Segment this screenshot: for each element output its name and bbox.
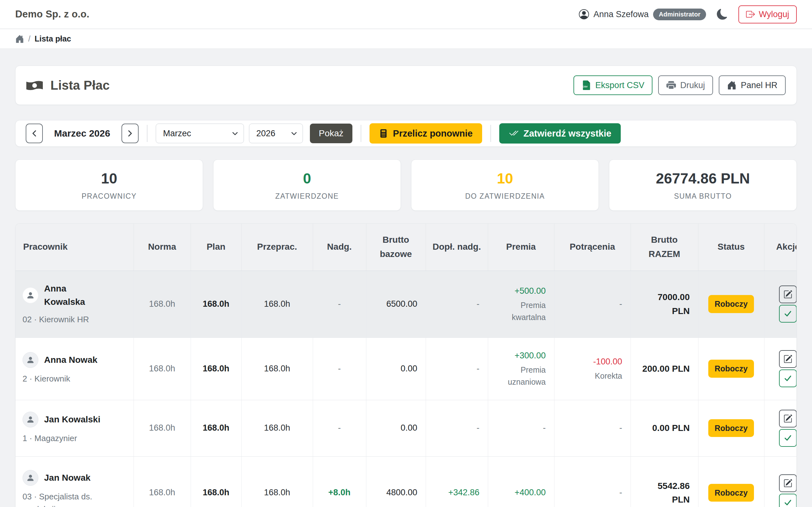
calculator-icon bbox=[379, 129, 388, 138]
next-month-button[interactable] bbox=[121, 124, 139, 143]
table-row: Jan Nowak 03 · Specjalista ds. produkcji… bbox=[15, 456, 797, 507]
column-header-akcje: Akcje bbox=[764, 224, 797, 271]
column-header-dopl-nadg: Dopł. nadg. bbox=[426, 224, 488, 271]
title-actions: CSV Eksport CSV Drukuj Panel HR bbox=[573, 75, 786, 95]
edit-row-button[interactable] bbox=[779, 474, 797, 492]
edit-row-button[interactable] bbox=[779, 285, 797, 303]
previous-month-button[interactable] bbox=[26, 124, 43, 143]
table-row: Jan Kowalski 1 · Magazynier 168.0h 168.0… bbox=[15, 400, 797, 456]
export-csv-button[interactable]: CSV Eksport CSV bbox=[573, 75, 653, 95]
employee-cell: Anna Nowak 2 · Kierownik bbox=[15, 337, 134, 400]
column-header-status: Status bbox=[698, 224, 764, 271]
norma-cell: 168.0h bbox=[134, 271, 191, 337]
edit-row-button[interactable] bbox=[779, 350, 797, 368]
avatar bbox=[22, 412, 38, 428]
potracenia-cell: - bbox=[554, 456, 630, 507]
check-icon bbox=[783, 434, 792, 442]
potracenia-cell: -100.00 Korekta bbox=[554, 337, 630, 400]
print-button[interactable]: Drukuj bbox=[658, 75, 713, 95]
status-badge: Roboczy bbox=[708, 360, 754, 378]
toolbar-divider bbox=[490, 125, 491, 142]
premia-cell: +500.00 Premia kwartalna bbox=[488, 271, 554, 337]
table-row: Anna Kowalska 02 · Kierownik HR 168.0h 1… bbox=[15, 271, 797, 337]
brutto-razem-cell: 5542.86 PLN bbox=[630, 456, 698, 507]
premia-cell: +300.00 Premia uznaniowa bbox=[488, 337, 554, 400]
potracenia-cell: - bbox=[554, 400, 630, 456]
actions-cell bbox=[764, 456, 797, 507]
cash-icon bbox=[26, 77, 43, 94]
recalculate-button[interactable]: Przelicz ponownie bbox=[369, 123, 482, 144]
norma-cell: 168.0h bbox=[134, 337, 191, 400]
table-header-row: Pracownik Norma Plan Przeprac. Nadg. Bru… bbox=[15, 224, 797, 271]
employee-meta: 2 · Kierownik bbox=[22, 372, 126, 385]
print-label: Drukuj bbox=[680, 80, 705, 90]
status-badge: Roboczy bbox=[708, 484, 754, 502]
column-header-przeprac: Przeprac. bbox=[241, 224, 313, 271]
status-badge: Roboczy bbox=[708, 295, 754, 313]
check-icon bbox=[783, 374, 792, 383]
stat-card-employees: 10 PRACOWNICY bbox=[15, 159, 203, 211]
approve-row-button[interactable] bbox=[779, 370, 797, 387]
title-card: Lista Płac CSV Eksport CSV Drukuj Panel … bbox=[15, 66, 797, 105]
brutto-razem-cell: 0.00 PLN bbox=[630, 400, 698, 456]
check-icon bbox=[783, 309, 792, 318]
year-select[interactable]: 2026 bbox=[249, 124, 303, 143]
premia-cell: - bbox=[488, 400, 554, 456]
user-chip: Anna Szefowa Administrator bbox=[579, 9, 706, 20]
brutto-razem-cell: 200.00 PLN bbox=[630, 337, 698, 400]
role-badge: Administrator bbox=[653, 9, 706, 20]
breadcrumb-home-link[interactable] bbox=[15, 35, 24, 43]
approve-row-button[interactable] bbox=[779, 494, 797, 507]
column-header-pracownik: Pracownik bbox=[15, 224, 134, 271]
plan-cell: 168.0h bbox=[191, 456, 241, 507]
month-select[interactable]: Marzec bbox=[156, 124, 244, 143]
status-cell: Roboczy bbox=[698, 400, 764, 456]
chevron-right-icon bbox=[126, 130, 134, 137]
payroll-table-card: Pracownik Norma Plan Przeprac. Nadg. Bru… bbox=[15, 223, 797, 507]
employee-name: Anna Kowalska bbox=[44, 282, 104, 308]
breadcrumb: / Lista płac bbox=[0, 29, 812, 49]
recalculate-label: Przelicz ponownie bbox=[393, 128, 473, 139]
pencil-square-icon bbox=[783, 290, 792, 299]
norma-cell: 168.0h bbox=[134, 400, 191, 456]
premia-note: Premia kwartalna bbox=[495, 299, 546, 324]
approve-all-label: Zatwierdź wszystkie bbox=[523, 128, 611, 139]
svg-text:CSV: CSV bbox=[582, 85, 588, 88]
logout-icon bbox=[746, 10, 755, 19]
panel-hr-button[interactable]: Panel HR bbox=[719, 75, 786, 95]
show-button[interactable]: Pokaż bbox=[310, 124, 352, 143]
nadgodziny-cell: - bbox=[313, 400, 366, 456]
column-header-brutto-razem: Brutto RAZEM bbox=[630, 224, 698, 271]
potracenia-note: Korekta bbox=[561, 370, 622, 382]
column-header-plan: Plan bbox=[191, 224, 241, 271]
plan-cell: 168.0h bbox=[191, 337, 241, 400]
check-all-icon bbox=[509, 129, 518, 138]
edit-row-button[interactable] bbox=[779, 410, 797, 428]
employee-meta: 02 · Kierownik HR bbox=[22, 313, 126, 326]
check-icon bbox=[783, 498, 792, 507]
month-select-value: Marzec bbox=[163, 129, 191, 138]
brutto-bazowe-cell: 6500.00 bbox=[366, 271, 426, 337]
actions-cell bbox=[764, 337, 797, 400]
house-icon bbox=[727, 80, 737, 90]
premia-value: +500.00 bbox=[514, 286, 546, 296]
logout-button[interactable]: Wyloguj bbox=[739, 5, 797, 23]
year-select-value: 2026 bbox=[256, 129, 275, 138]
table-row: Anna Nowak 2 · Kierownik 168.0h 168.0h 1… bbox=[15, 337, 797, 400]
status-cell: Roboczy bbox=[698, 456, 764, 507]
dark-mode-toggle[interactable] bbox=[717, 9, 728, 20]
employee-cell: Jan Nowak 03 · Specjalista ds. produkcji bbox=[15, 456, 134, 507]
plan-cell: 168.0h bbox=[191, 400, 241, 456]
doplata-nadg-cell: - bbox=[426, 337, 488, 400]
panel-hr-label: Panel HR bbox=[741, 80, 777, 90]
approve-row-button[interactable] bbox=[779, 429, 797, 447]
stat-value: 10 bbox=[101, 170, 117, 187]
user-name: Anna Szefowa bbox=[594, 9, 649, 19]
approve-row-button[interactable] bbox=[779, 305, 797, 323]
premia-cell: +400.00 bbox=[488, 456, 554, 507]
toolbar-divider bbox=[361, 125, 361, 142]
approve-all-button[interactable]: Zatwierdź wszystkie bbox=[499, 123, 621, 144]
breadcrumb-separator: / bbox=[28, 34, 31, 43]
brutto-razem-cell: 7000.00 PLN bbox=[630, 271, 698, 337]
pencil-square-icon bbox=[783, 414, 792, 423]
